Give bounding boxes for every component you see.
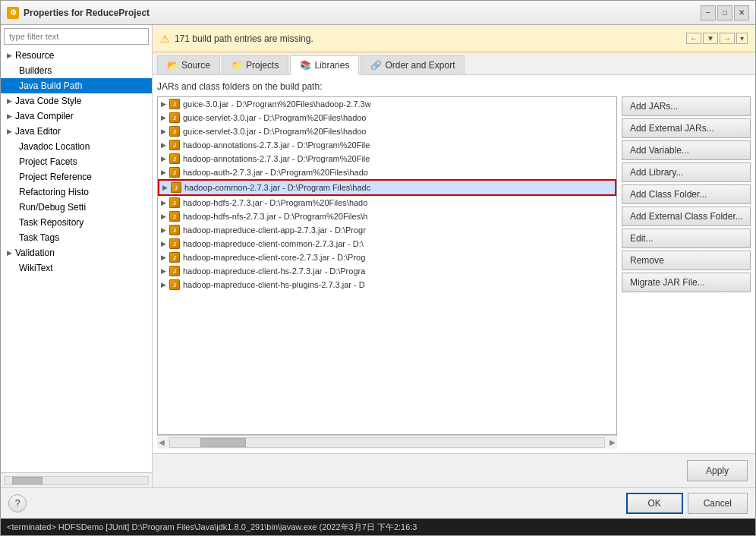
edit-button[interactable]: Edit... [622,229,751,248]
migrate-jar-button[interactable]: Migrate JAR File... [622,273,751,292]
jar-file-icon: J [169,225,180,235]
content-area: ▶ResourceBuildersJava Build Path▶Java Co… [1,25,755,487]
jar-file-icon: J [171,182,181,193]
tab-projects[interactable]: 📁Projects [222,55,288,74]
sidebar-scroll-track [4,476,149,485]
jar-entry-0[interactable]: ▶Jguice-3.0.jar - D:\Program%20Files\had… [158,97,616,111]
footer-right: OK Cancel [626,493,748,514]
sidebar-list: ▶ResourceBuildersJava Build Path▶Java Co… [1,48,152,472]
jar-entry-11[interactable]: ▶Jhadoop-mapreduce-client-core-2.7.3.jar… [158,251,616,264]
sidebar-item-wikitext[interactable]: WikiText [1,260,152,276]
sidebar-item-refactoring-histo[interactable]: Refactoring Histo [1,184,152,200]
jar-entry-10[interactable]: ▶Jhadoop-mapreduce-client-common-2.7.3.j… [158,237,616,251]
sidebar-item-builders[interactable]: Builders [1,63,152,78]
jar-expand-icon: ▶ [162,184,168,191]
filter-input[interactable] [4,28,149,45]
sidebar-item-label: Resource [15,50,54,61]
close-button[interactable]: ✕ [734,5,749,20]
sidebar-item-resource[interactable]: ▶Resource [1,48,152,63]
add-variable-button[interactable]: Add Variable... [622,140,751,160]
scroll-track [169,437,605,448]
jar-entry-text: guice-servlet-3.0.jar - D:\Program%20Fil… [183,127,367,136]
sidebar-item-java-editor[interactable]: ▶Java Editor [1,124,152,139]
jar-entry-9[interactable]: ▶Jhadoop-mapreduce-client-app-2.7.3.jar … [158,223,616,237]
jar-file-icon: J [169,279,180,290]
jar-entry-6[interactable]: ▶Jhadoop-common-2.7.3.jar - D:\Program F… [158,179,616,196]
help-button[interactable]: ? [8,494,27,512]
add-class-folder-button[interactable]: Add Class Folder... [622,184,751,204]
title-bar: ⚙ Properties for ReduceProject − □ ✕ [1,1,755,25]
remove-button[interactable]: Remove [622,251,751,270]
cancel-button[interactable]: Cancel [688,493,748,514]
jar-expand-icon: ▶ [161,240,166,248]
sidebar-item-validation[interactable]: ▶Validation [1,245,152,260]
ok-button[interactable]: OK [626,493,683,514]
jar-expand-icon: ▶ [161,199,166,207]
tab-order-and-export[interactable]: 🔗Order and Export [361,55,465,74]
sidebar-item-java-build-path[interactable]: Java Build Path [1,78,152,93]
tab-icon-source: 📂 [167,60,178,71]
tab-label: Libraries [314,60,349,71]
jar-entry-4[interactable]: ▶Jhadoop-annotations-2.7.3.jar - D:\Prog… [158,152,616,166]
jar-entry-3[interactable]: ▶Jhadoop-annotations-2.7.3.jar - D:\Prog… [158,138,616,152]
jar-entry-8[interactable]: ▶Jhadoop-hdfs-nfs-2.7.3.jar - D:\Program… [158,210,616,223]
jar-entry-text: hadoop-mapreduce-client-hs-2.7.3.jar - D… [183,266,365,276]
maximize-button[interactable]: □ [717,5,732,20]
add-jars-button[interactable]: Add JARs... [622,96,751,116]
jar-expand-icon: ▶ [161,114,166,121]
jar-entry-text: hadoop-mapreduce-client-common-2.7.3.jar… [183,239,364,248]
sidebar-item-run/debug-setti[interactable]: Run/Debug Setti [1,200,152,215]
jar-entry-12[interactable]: ▶Jhadoop-mapreduce-client-hs-2.7.3.jar -… [158,264,616,278]
warning-dropdown-button[interactable]: ▾ [736,33,748,44]
jar-expand-icon: ▶ [161,267,166,275]
horizontal-scrollbar[interactable]: ◀ ▶ [157,435,617,449]
dialog-icon: ⚙ [7,7,19,19]
warning-down-button[interactable]: ▼ [703,33,718,44]
jar-file-icon: J [169,238,180,249]
jar-list[interactable]: ▶Jguice-3.0.jar - D:\Program%20Files\had… [157,96,617,435]
sidebar-item-label: Project Facets [19,156,77,167]
sidebar-scroll[interactable] [1,472,152,487]
scroll-left-button[interactable]: ◀ [157,438,166,446]
jar-expand-icon: ▶ [161,128,166,135]
sidebar-item-task-tags[interactable]: Task Tags [1,230,152,245]
sidebar-item-label: Javadoc Location [19,141,90,152]
sidebar-item-task-repository[interactable]: Task Repository [1,215,152,230]
sidebar-item-java-code-style[interactable]: ▶Java Code Style [1,93,152,109]
scroll-thumb[interactable] [200,438,246,447]
add-library-button[interactable]: Add Library... [622,162,751,182]
warning-forward-button[interactable]: → [720,33,735,44]
sidebar-item-label: Java Code Style [15,96,81,106]
tab-icon-libraries: 📚 [300,60,311,71]
warning-bar: ⚠ 171 build path entries are missing. ← … [153,25,755,52]
sidebar-item-javadoc-location[interactable]: Javadoc Location [1,139,152,154]
jar-entry-13[interactable]: ▶Jhadoop-mapreduce-client-hs-plugins-2.7… [158,278,616,292]
footer-left: ? [8,494,27,512]
sidebar-item-label: Task Repository [19,217,83,228]
jar-entry-text: hadoop-auth-2.7.3.jar - D:\Program%20Fil… [183,168,368,177]
sidebar-scroll-thumb[interactable] [12,477,43,484]
apply-button[interactable]: Apply [687,460,748,481]
jar-entry-text: guice-3.0.jar - D:\Program%20Files\hadoo… [183,99,371,109]
add-external-jars-button[interactable]: Add External JARs... [622,118,751,138]
jar-entry-text: hadoop-hdfs-2.7.3.jar - D:\Program%20Fil… [183,198,367,207]
jar-file-icon: J [169,252,180,263]
jar-entry-7[interactable]: ▶Jhadoop-hdfs-2.7.3.jar - D:\Program%20F… [158,196,616,210]
sidebar-item-project-facets[interactable]: Project Facets [1,154,152,169]
jar-expand-icon: ▶ [161,213,166,220]
warning-back-button[interactable]: ← [686,33,701,44]
jar-entry-5[interactable]: ▶Jhadoop-auth-2.7.3.jar - D:\Program%20F… [158,166,616,179]
scroll-right-button[interactable]: ▶ [608,438,617,446]
jar-entry-1[interactable]: ▶Jguice-servlet-3.0.jar - D:\Program%20F… [158,111,616,125]
tab-source[interactable]: 📂Source [157,55,220,74]
sidebar-item-label: Java Build Path [19,80,82,91]
tab-libraries[interactable]: 📚Libraries [290,55,359,75]
jar-file-icon: J [169,167,180,178]
add-external-class-folder-button[interactable]: Add External Class Folder... [622,207,751,226]
sidebar-item-project-reference[interactable]: Project Reference [1,169,152,184]
jar-entry-2[interactable]: ▶Jguice-servlet-3.0.jar - D:\Program%20F… [158,125,616,138]
sidebar-item-java-compiler[interactable]: ▶Java Compiler [1,109,152,124]
jar-entry-text: hadoop-mapreduce-client-core-2.7.3.jar -… [183,253,365,262]
minimize-button[interactable]: − [701,5,716,20]
expand-arrow-icon: ▶ [7,52,12,59]
